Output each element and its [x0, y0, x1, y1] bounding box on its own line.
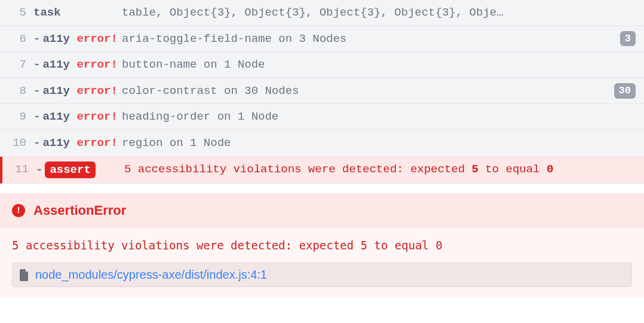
file-icon [20, 269, 29, 281]
dash: - [33, 31, 40, 47]
command-cell: -a11y error! [33, 83, 122, 99]
stack-frame[interactable]: node_modules/cypress-axe/dist/index.js:4… [12, 263, 632, 287]
log-line[interactable]: 9-a11y error!heading-order on 1 Node [0, 104, 644, 130]
command-cell: -a11y error! [33, 31, 122, 47]
log-message: heading-order on 1 Node [122, 109, 636, 125]
a11y-error-label: a11y error! [42, 31, 117, 47]
line-number: 5 [0, 5, 33, 21]
command-log: 5tasktable, Object{3}, Object{3}, Object… [0, 0, 644, 157]
error-message: 5 accessibility violations were detected… [12, 239, 632, 252]
log-message: region on 1 Node [122, 135, 636, 151]
line-number: 8 [0, 83, 33, 99]
line-number: 11 [2, 162, 36, 178]
line-number: 10 [0, 135, 33, 151]
log-line[interactable]: 10-a11y error!region on 1 Node [0, 130, 644, 157]
command-cell: task [33, 5, 122, 21]
log-message: color-contrast on 30 Nodes [122, 83, 609, 99]
line-number: 7 [0, 57, 33, 73]
command-cell: -a11y error! [33, 135, 122, 151]
a11y-error-label: a11y error! [42, 135, 117, 151]
line-number: 6 [0, 31, 33, 47]
log-line[interactable]: 6-a11y error!aria-toggle-field-name on 3… [0, 26, 644, 53]
error-body: 5 accessibility violations were detected… [0, 228, 644, 298]
a11y-error-label: a11y error! [42, 57, 117, 73]
log-line[interactable]: 5tasktable, Object{3}, Object{3}, Object… [0, 0, 644, 26]
assert-message: 5 accessibility violations were detected… [124, 162, 636, 178]
dash: - [33, 135, 40, 151]
error-icon: ! [12, 204, 25, 217]
a11y-error-label: a11y error! [42, 109, 117, 125]
a11y-error-label: a11y error! [42, 83, 117, 99]
log-message: aria-toggle-field-name on 3 Nodes [122, 31, 615, 47]
command-cell: -a11y error! [33, 109, 122, 125]
log-line-assert[interactable]: 11 - assert 5 accessibility violations w… [0, 157, 644, 184]
dash: - [33, 57, 40, 73]
line-number: 9 [0, 109, 33, 125]
log-line[interactable]: 8-a11y error!color-contrast on 30 Nodes3… [0, 78, 644, 105]
dash: - [33, 109, 40, 125]
log-line[interactable]: 7-a11y error!button-name on 1 Node [0, 52, 644, 78]
error-panel: ! AssertionError 5 accessibility violati… [0, 193, 644, 298]
command-cell: -a11y error! [33, 57, 122, 73]
log-message: table, Object{3}, Object{3}, Object{3}, … [122, 5, 636, 21]
count-badge: 30 [614, 83, 636, 99]
command-cell: - assert [36, 162, 124, 179]
task-label: task [33, 5, 61, 21]
dash: - [33, 83, 40, 99]
error-header[interactable]: ! AssertionError [0, 193, 644, 228]
log-message: button-name on 1 Node [122, 57, 636, 73]
error-title: AssertionError [33, 203, 126, 218]
assert-pill: assert [45, 162, 95, 179]
count-badge: 3 [620, 31, 636, 47]
stack-file-path: node_modules/cypress-axe/dist/index.js:4… [35, 268, 267, 282]
dash: - [36, 162, 42, 178]
